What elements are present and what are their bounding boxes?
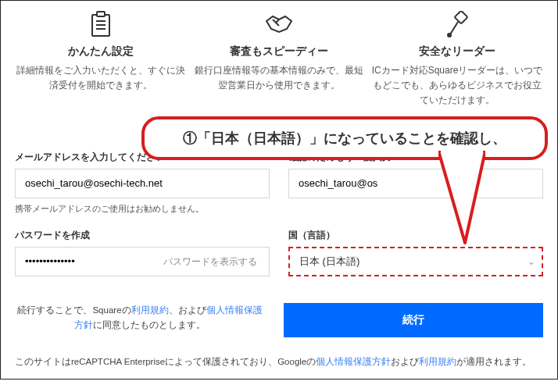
password-toggle[interactable]: パスワードを表示する — [159, 254, 262, 269]
feature-desc: 詳細情報をご入力いただくと、すぐに決済受付を開始できます。 — [15, 63, 187, 93]
feature-title: 安全なリーダー — [371, 45, 543, 59]
feature-safe-reader: 安全なリーダー ICカード対応Squareリーダーは、いつでもどこでも、あらゆる… — [371, 9, 543, 109]
email-input[interactable] — [15, 169, 270, 198]
svg-rect-1 — [97, 12, 105, 16]
email-confirm-input[interactable] — [288, 169, 543, 198]
feature-easy-setup: かんたん設定 詳細情報をご入力いただくと、すぐに決済受付を開始できます。 — [15, 9, 187, 109]
country-select[interactable]: 日本 (日本語) — [288, 247, 543, 276]
feature-fast-review: 審査もスピーディー 銀行口座情報等の基本情報のみで、最短翌営業日から使用できます… — [193, 9, 365, 109]
feature-desc: 銀行口座情報等の基本情報のみで、最短翌営業日から使用できます。 — [193, 63, 365, 93]
clipboard-icon — [15, 9, 187, 40]
svg-line-6 — [450, 22, 458, 34]
email-hint: 携帯メールアドレスのご使用はお勧めしません。 — [15, 203, 270, 215]
terms-link[interactable]: 利用規約 — [131, 305, 169, 315]
email-confirm-label: 確認のためもう一度入力 — [288, 151, 543, 164]
agreement-text: 続行することで、Squareの利用規約、および個人情報保護方針に同意したものとし… — [15, 303, 265, 333]
feature-title: かんたん設定 — [15, 45, 187, 59]
email-label: メールアドレスを入力してください — [15, 151, 270, 164]
continue-button[interactable]: 続行 — [284, 303, 543, 337]
password-label: パスワードを作成 — [15, 229, 270, 242]
reader-icon — [371, 9, 543, 40]
country-label: 国（言語） — [288, 229, 543, 242]
feature-row: かんたん設定 詳細情報をご入力いただくと、すぐに決済受付を開始できます。 審査も… — [15, 9, 543, 109]
chevron-down-icon: ⌄ — [528, 256, 535, 267]
svg-rect-5 — [455, 11, 468, 23]
feature-desc: ICカード対応Squareリーダーは、いつでもどこでも、あらゆるビジネスでお役立… — [371, 63, 543, 109]
country-selected: 日本 (日本語) — [299, 255, 359, 269]
google-terms-link[interactable]: 利用規約 — [419, 357, 456, 366]
google-privacy-link[interactable]: 個人情報保護方針 — [316, 357, 391, 366]
recaptcha-note: このサイトはreCAPTCHA Enterpriseによって保護されており、Go… — [15, 356, 543, 368]
feature-title: 審査もスピーディー — [193, 45, 365, 59]
svg-point-7 — [448, 34, 451, 37]
handshake-icon — [193, 9, 365, 40]
